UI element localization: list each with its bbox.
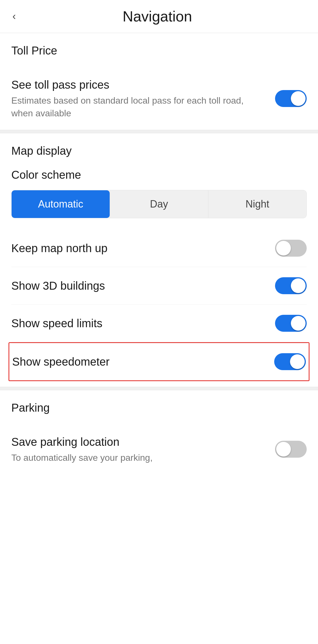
show-speed-limits-toggle-slider [275,315,307,332]
back-arrow-icon: ‹ [12,11,16,21]
save-parking-info: Save parking location To automatically s… [11,435,275,464]
show-speedometer-label: Show speedometer [12,354,266,369]
parking-section: Parking Save parking location To automat… [0,390,318,474]
show-speedometer-info: Show speedometer [12,354,274,369]
show-speedometer-toggle[interactable] [274,353,306,370]
color-scheme-label: Color scheme [11,167,307,182]
show-3d-buildings-toggle-slider [275,277,307,294]
back-button[interactable]: ‹ [10,9,18,24]
navigation-header: ‹ Navigation [0,0,318,33]
page-title: Navigation [24,8,291,25]
keep-map-north-row: Keep map north up [11,230,307,267]
show-speedometer-toggle-slider [274,353,306,370]
see-toll-pass-toggle-slider [275,90,307,107]
section-divider-1 [0,130,318,133]
show-3d-buildings-label: Show 3D buildings [11,278,267,293]
map-display-heading: Map display [11,145,307,157]
show-speedometer-row: Show speedometer [8,342,310,381]
save-parking-toggle[interactable] [275,441,307,458]
color-scheme-automatic[interactable]: Automatic [12,190,110,218]
toll-price-section: Toll Price See toll pass prices Estimate… [0,33,318,130]
show-speed-limits-toggle[interactable] [275,315,307,332]
show-speed-limits-info: Show speed limits [11,316,275,331]
save-parking-label: Save parking location [11,435,267,449]
show-3d-buildings-info: Show 3D buildings [11,278,275,293]
color-scheme-night[interactable]: Night [208,190,306,218]
see-toll-pass-description: Estimates based on standard local pass f… [11,94,267,120]
show-speed-limits-label: Show speed limits [11,316,267,331]
save-parking-row: Save parking location To automatically s… [11,424,307,474]
parking-heading: Parking [11,401,307,414]
show-3d-buildings-row: Show 3D buildings [11,267,307,305]
see-toll-pass-info: See toll pass prices Estimates based on … [11,77,275,120]
toll-price-heading: Toll Price [11,44,307,57]
keep-map-north-toggle-slider [275,240,307,257]
color-scheme-day[interactable]: Day [110,190,208,218]
keep-map-north-label: Keep map north up [11,241,267,256]
save-parking-description: To automatically save your parking, [11,451,267,464]
color-scheme-segment: Automatic Day Night [11,190,307,218]
keep-map-north-toggle[interactable] [275,240,307,257]
save-parking-toggle-slider [275,441,307,458]
section-divider-2 [0,387,318,390]
see-toll-pass-label: See toll pass prices [11,77,267,92]
show-3d-buildings-toggle[interactable] [275,277,307,294]
see-toll-pass-toggle[interactable] [275,90,307,107]
keep-map-north-info: Keep map north up [11,241,275,256]
map-display-section: Map display Color scheme Automatic Day N… [0,133,318,381]
see-toll-pass-row: See toll pass prices Estimates based on … [11,67,307,130]
show-speed-limits-row: Show speed limits [11,305,307,342]
